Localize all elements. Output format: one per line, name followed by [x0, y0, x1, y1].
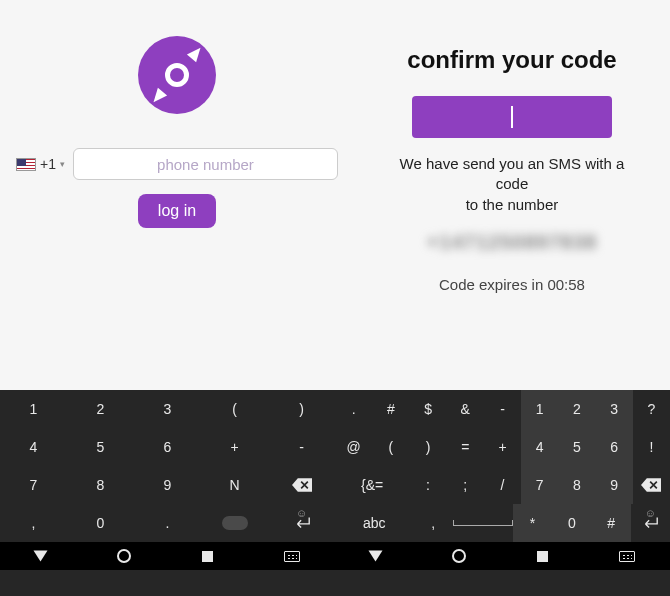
- numpad-0[interactable]: 0: [552, 504, 591, 542]
- key-lparen[interactable]: (: [201, 390, 268, 428]
- key-abc[interactable]: abc: [335, 504, 414, 542]
- key-plus-r[interactable]: +: [484, 428, 521, 466]
- numpad-6[interactable]: 6: [596, 428, 633, 466]
- key-8[interactable]: 8: [67, 466, 134, 504]
- expiry-time: 00:58: [547, 276, 585, 293]
- text-cursor-icon: [511, 106, 513, 128]
- flag-us-icon: [16, 158, 36, 171]
- login-panel: +1 ▾ log in: [0, 0, 354, 390]
- key-plus[interactable]: +: [201, 428, 268, 466]
- key-4[interactable]: 4: [0, 428, 67, 466]
- sms-info-text: We have send you an SMS with a code to t…: [370, 154, 654, 215]
- emoji-icon: ☺: [296, 507, 307, 519]
- key-slash[interactable]: /: [484, 466, 521, 504]
- pill-icon: [222, 516, 248, 530]
- key-amp[interactable]: &: [447, 390, 484, 428]
- key-dollar[interactable]: $: [409, 390, 446, 428]
- key-semi[interactable]: ;: [447, 466, 484, 504]
- phone-number-input[interactable]: [73, 148, 338, 180]
- backspace-key-r[interactable]: [633, 466, 670, 504]
- nav-recent-icon[interactable]: [202, 551, 213, 562]
- numpad-4[interactable]: 4: [521, 428, 558, 466]
- login-button[interactable]: log in: [138, 194, 216, 228]
- code-input[interactable]: [412, 96, 612, 138]
- nav-home-icon[interactable]: [452, 549, 466, 563]
- nav-keyboard-icon[interactable]: [619, 551, 635, 562]
- numpad-7[interactable]: 7: [521, 466, 558, 504]
- key-hash[interactable]: #: [372, 390, 409, 428]
- key-comma-r[interactable]: ,: [414, 504, 453, 542]
- space-key[interactable]: [453, 504, 513, 542]
- numpad-star[interactable]: *: [513, 504, 552, 542]
- numpad-5[interactable]: 5: [558, 428, 595, 466]
- key-2[interactable]: 2: [67, 390, 134, 428]
- confirm-code-panel: confirm your code We have send you an SM…: [354, 0, 670, 390]
- chevron-down-icon: ▾: [60, 159, 65, 169]
- enter-key-r[interactable]: ☺: [631, 504, 670, 542]
- nav-back-icon[interactable]: [34, 551, 48, 562]
- backspace-icon: [641, 478, 661, 492]
- phone-input-row: +1 ▾: [16, 148, 338, 180]
- key-at[interactable]: @: [335, 428, 372, 466]
- emoji-icon: ☺: [645, 507, 656, 519]
- country-code-label: +1: [40, 156, 56, 172]
- key-0[interactable]: 0: [67, 504, 134, 542]
- sms-line1: We have send you an SMS with a code: [400, 155, 625, 192]
- key-pill[interactable]: [201, 504, 268, 542]
- key-equals[interactable]: =: [447, 428, 484, 466]
- key-rparen[interactable]: ): [268, 390, 335, 428]
- android-navbar: [0, 542, 670, 570]
- key-9[interactable]: 9: [134, 466, 201, 504]
- key-minus[interactable]: -: [484, 390, 521, 428]
- nav-back-icon[interactable]: [369, 551, 383, 562]
- key-dot[interactable]: .: [335, 390, 372, 428]
- nav-keyboard-icon[interactable]: [284, 551, 300, 562]
- key-7[interactable]: 7: [0, 466, 67, 504]
- numpad-1[interactable]: 1: [521, 390, 558, 428]
- key-colon[interactable]: :: [409, 466, 446, 504]
- numpad-9[interactable]: 9: [596, 466, 633, 504]
- app-logo: [138, 36, 216, 114]
- key-5[interactable]: 5: [67, 428, 134, 466]
- confirm-title: confirm your code: [370, 46, 654, 74]
- numpad-8[interactable]: 8: [558, 466, 595, 504]
- numpad-hash[interactable]: #: [591, 504, 630, 542]
- backspace-icon: [292, 478, 312, 492]
- key-bang[interactable]: !: [633, 428, 670, 466]
- key-6[interactable]: 6: [134, 428, 201, 466]
- nav-recent-icon[interactable]: [537, 551, 548, 562]
- code-expiry: Code expires in 00:58: [370, 276, 654, 293]
- key-1[interactable]: 1: [0, 390, 67, 428]
- country-code-selector[interactable]: +1 ▾: [16, 156, 65, 172]
- numpad-3[interactable]: 3: [596, 390, 633, 428]
- space-icon: [453, 520, 513, 526]
- nav-home-icon[interactable]: [117, 549, 131, 563]
- key-comma[interactable]: ,: [0, 504, 67, 542]
- backspace-key[interactable]: [268, 466, 335, 504]
- masked-phone-number: +1471250897838: [370, 231, 654, 254]
- soft-keyboard: 1 2 3 ( ) . # $ & - 1 2 3 ? 4 5: [0, 390, 670, 596]
- key-symbols[interactable]: {&=: [335, 466, 409, 504]
- key-lparen-r[interactable]: (: [372, 428, 409, 466]
- numpad-2[interactable]: 2: [558, 390, 595, 428]
- key-N[interactable]: N: [201, 466, 268, 504]
- sms-line2: to the number: [466, 196, 559, 213]
- key-3[interactable]: 3: [134, 390, 201, 428]
- expiry-prefix: Code expires in: [439, 276, 547, 293]
- key-rparen-r[interactable]: ): [409, 428, 446, 466]
- key-question[interactable]: ?: [633, 390, 670, 428]
- key-period[interactable]: .: [134, 504, 201, 542]
- key-minus[interactable]: -: [268, 428, 335, 466]
- enter-key[interactable]: ☺: [268, 504, 335, 542]
